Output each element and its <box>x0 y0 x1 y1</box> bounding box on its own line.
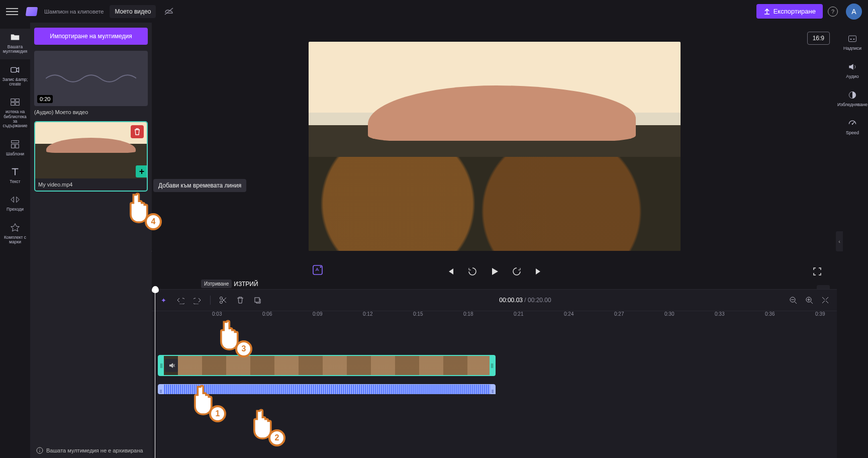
archive-warning: Вашата мултимедия не е архивирана <box>34 443 148 458</box>
fit-timeline-button[interactable] <box>821 296 830 305</box>
svg-rect-2 <box>11 99 15 102</box>
clipchamp-logo-icon <box>26 7 38 16</box>
nav-templates[interactable]: Шаблони <box>0 136 30 161</box>
nav-label: Шаблони <box>6 152 24 156</box>
rr-fade[interactable]: Избледняване <box>837 86 868 111</box>
audio-clip[interactable]: || || <box>158 384 496 394</box>
svg-rect-8 <box>16 144 19 148</box>
nav-brand-kit[interactable]: Комплект с марки <box>0 219 30 250</box>
clip-mute-button[interactable] <box>165 359 178 372</box>
zoom-in-button[interactable] <box>805 296 814 305</box>
import-media-button[interactable]: Импортиране на мултимедия <box>34 28 148 45</box>
media-label: My video.mp4 <box>35 178 147 189</box>
ruler-tick: 0:06 <box>262 311 272 317</box>
export-button[interactable]: Експортиране <box>756 4 823 19</box>
user-avatar[interactable]: A <box>846 4 862 20</box>
play-button[interactable] <box>489 266 500 277</box>
timeline-time-display: 00:00.03 / 00:20.00 <box>499 297 551 304</box>
rr-label: Speed <box>846 130 859 135</box>
audio-thumbnail: 0:20 <box>34 51 148 106</box>
project-name-field[interactable]: Моето видео <box>110 5 156 18</box>
right-rail-collapse-button[interactable]: ‹ <box>836 231 843 251</box>
delete-media-button[interactable] <box>131 125 144 138</box>
ruler-tick: 0:24 <box>564 311 573 317</box>
nav-record-create[interactable]: Запис &amp; create <box>0 61 30 92</box>
delete-button[interactable] <box>236 296 245 305</box>
svg-point-13 <box>220 301 223 304</box>
nav-label: иотека на библиотека за съдържание <box>1 110 29 128</box>
audio-track[interactable]: || || <box>158 381 830 394</box>
skip-back-button[interactable] <box>445 266 456 277</box>
svg-rect-3 <box>16 99 19 102</box>
library-icon <box>10 97 21 108</box>
export-label: Експортиране <box>774 8 816 15</box>
skip-forward-button[interactable] <box>533 266 544 277</box>
delete-tooltip-main: ИЗТРИЙ <box>234 281 258 288</box>
text-icon <box>10 166 21 177</box>
fullscreen-button[interactable] <box>812 266 823 277</box>
rr-audio[interactable]: Аудио <box>837 58 868 83</box>
playhead-handle[interactable] <box>152 286 159 293</box>
templates-icon <box>10 139 21 150</box>
clip-handle-left[interactable]: || <box>159 356 164 375</box>
nav-transitions[interactable]: Преходи <box>0 191 30 217</box>
nav-label: Преходи <box>7 207 24 212</box>
svg-rect-14 <box>255 298 259 302</box>
ruler-tick: 0:39 <box>815 311 825 317</box>
nav-content-library[interactable]: иотека на библиотека за съдържание <box>0 94 30 133</box>
clip-handle-right[interactable]: || <box>490 385 495 394</box>
add-to-timeline-button[interactable]: + <box>136 165 147 177</box>
nav-your-media[interactable]: Вашата мултимедия <box>0 29 30 59</box>
ruler-tick: 0:12 <box>363 311 372 317</box>
upload-icon <box>763 8 770 15</box>
ruler-tick: 0:09 <box>313 311 322 317</box>
clip-handle-left[interactable]: || <box>158 385 163 394</box>
timeline-ruler[interactable]: 0:030:060:090:120:150:180:210:240:270:30… <box>152 311 837 324</box>
video-preview-image <box>46 138 136 153</box>
rr-label: Избледняване <box>837 102 867 107</box>
preview-image <box>368 85 636 141</box>
media-audio-item[interactable]: 0:20 (Аудио) Моето видео <box>34 51 148 115</box>
rr-speed[interactable]: Speed <box>837 114 868 139</box>
rewind-10-button[interactable] <box>467 266 478 277</box>
ruler-tick: 0:18 <box>463 311 473 317</box>
timeline-tools-right <box>789 296 830 305</box>
trash-icon <box>134 128 141 135</box>
left-nav: Вашата мултимедия Запис &amp; create иот… <box>0 23 30 458</box>
ruler-tick: 0:33 <box>715 311 724 317</box>
video-track[interactable]: || || <box>158 355 830 376</box>
add-to-timeline-tooltip: Добави към времевата линия <box>153 179 246 192</box>
video-clip[interactable]: || || <box>158 355 496 376</box>
aspect-ratio-button[interactable]: 16:9 <box>807 32 830 45</box>
duplicate-button[interactable] <box>253 296 262 305</box>
svg-rect-19 <box>849 36 856 42</box>
nav-label: Текст <box>10 179 20 184</box>
undo-button[interactable] <box>176 296 185 305</box>
forward-10-button[interactable] <box>511 266 522 277</box>
info-icon <box>36 447 43 454</box>
timeline-area: ✦ 00:00.03 / 00:20.00 <box>152 289 837 458</box>
cloud-off-icon <box>164 7 174 16</box>
video-thumbnail: + <box>35 122 147 178</box>
help-icon[interactable]: ? <box>828 7 838 17</box>
right-properties-rail: Надписи Аудио Избледняване Speed ‹ <box>837 23 868 458</box>
speed-icon <box>847 118 857 128</box>
camera-icon <box>10 64 21 75</box>
clip-handle-right[interactable]: || <box>490 356 495 375</box>
rr-captions[interactable]: Надписи <box>837 30 868 55</box>
magic-tools-button[interactable]: ✦ <box>159 296 168 305</box>
redo-button[interactable] <box>193 296 202 305</box>
media-video-item[interactable]: + My video.mp4 <box>34 121 148 192</box>
delete-tooltip: Изтриване ИЗТРИЙ <box>201 280 258 288</box>
zoom-out-button[interactable] <box>789 296 798 305</box>
split-button[interactable] <box>219 296 228 305</box>
clip-thumbnails <box>178 356 490 375</box>
nav-text[interactable]: Текст <box>0 163 30 189</box>
duration-badge: 0:20 <box>37 95 53 103</box>
timeline-tracks: || || || || <box>158 355 830 399</box>
hamburger-menu-icon[interactable] <box>6 6 18 18</box>
top-bar: Шампион на клиповете Моето видео Експорт… <box>0 0 868 23</box>
playhead[interactable] <box>155 290 155 458</box>
preview-image-foreground <box>309 157 681 251</box>
ruler-tick: 0:21 <box>514 311 523 317</box>
